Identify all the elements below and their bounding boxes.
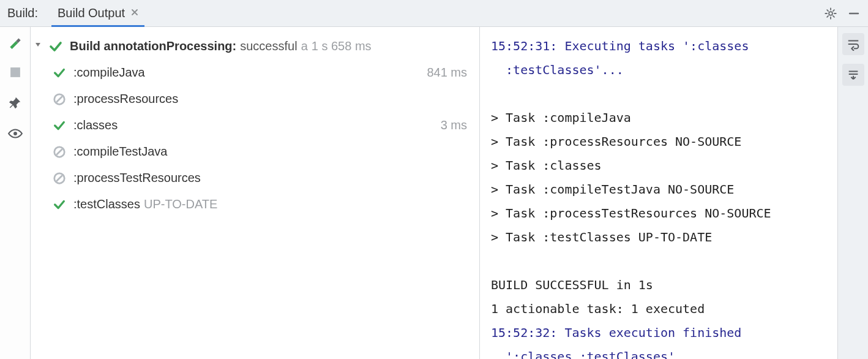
soft-wrap-icon[interactable] xyxy=(842,33,864,55)
collapse-icon[interactable] xyxy=(34,39,45,53)
task-badge: UP-TO-DATE xyxy=(144,192,217,216)
stop-icon[interactable] xyxy=(7,64,24,81)
console-line: BUILD SUCCESSFUL in 1s xyxy=(491,273,832,297)
build-tree-panel: Build annotationProcessing: successful a… xyxy=(31,27,480,359)
console-line: > Task :compileJava xyxy=(491,106,832,130)
console-line: > Task :processTestResources NO-SOURCE xyxy=(491,202,832,225)
skip-icon xyxy=(51,144,67,160)
skip-icon xyxy=(51,170,67,186)
root-sep: a xyxy=(301,34,308,58)
task-duration: 841 ms xyxy=(427,61,467,85)
console-line: > Task :compileTestJava NO-SOURCE xyxy=(491,178,832,202)
check-icon xyxy=(51,118,67,134)
console-output[interactable]: 15:52:31: Executing tasks ':classes :tes… xyxy=(480,27,837,359)
task-row[interactable]: :processResources xyxy=(31,86,476,112)
console-line xyxy=(491,249,832,273)
task-row[interactable]: :compileTestJava xyxy=(31,138,476,165)
task-row[interactable]: :testClassesUP-TO-DATE xyxy=(31,191,476,217)
tree-root-row[interactable]: Build annotationProcessing: successful a… xyxy=(31,33,476,59)
task-name: :classes xyxy=(73,113,118,137)
right-toolbar xyxy=(837,27,868,359)
check-icon xyxy=(48,39,64,55)
pin-icon[interactable] xyxy=(7,94,24,111)
task-row[interactable]: :classes3 ms xyxy=(31,112,476,138)
left-toolbar xyxy=(0,27,31,359)
console-line xyxy=(491,82,832,106)
root-time: 1 s 658 ms xyxy=(312,34,372,58)
svg-rect-1 xyxy=(10,67,20,77)
task-name: :testClasses xyxy=(73,192,140,216)
tool-window-header: Build: Build Output xyxy=(0,0,868,27)
check-icon xyxy=(51,197,67,213)
task-row[interactable]: :compileJava841 ms xyxy=(31,59,476,86)
task-name: :compileTestJava xyxy=(73,140,167,164)
root-status: successful xyxy=(240,34,297,58)
skip-icon xyxy=(51,91,67,107)
console-line: 15:52:31: Executing tasks ':classes :tes… xyxy=(491,34,832,82)
svg-point-2 xyxy=(13,132,17,135)
console-line: > Task :processResources NO-SOURCE xyxy=(491,130,832,154)
eye-icon[interactable] xyxy=(7,125,24,142)
task-name: :processResources xyxy=(73,87,178,111)
console-line: 15:52:32: Tasks execution finished ':cla… xyxy=(491,321,832,359)
minimize-icon[interactable] xyxy=(847,7,861,20)
svg-point-0 xyxy=(829,12,832,15)
panel-label: Build: xyxy=(7,6,38,20)
task-duration: 3 ms xyxy=(441,113,467,137)
console-line: > Task :testClasses UP-TO-DATE xyxy=(491,225,832,249)
tab-label: Build Output xyxy=(58,6,125,20)
gear-icon[interactable] xyxy=(824,7,837,20)
root-title: Build annotationProcessing: xyxy=(70,34,236,58)
hammer-icon[interactable] xyxy=(7,33,24,50)
task-name: :compileJava xyxy=(73,61,145,85)
check-icon xyxy=(51,65,67,81)
tab-build-output[interactable]: Build Output xyxy=(51,1,144,27)
scroll-to-end-icon[interactable] xyxy=(842,64,864,86)
console-line: 1 actionable task: 1 executed xyxy=(491,297,832,321)
task-name: :processTestResources xyxy=(73,166,201,190)
task-row[interactable]: :processTestResources xyxy=(31,165,476,191)
console-line: > Task :classes xyxy=(491,154,832,178)
close-icon[interactable] xyxy=(131,7,138,18)
